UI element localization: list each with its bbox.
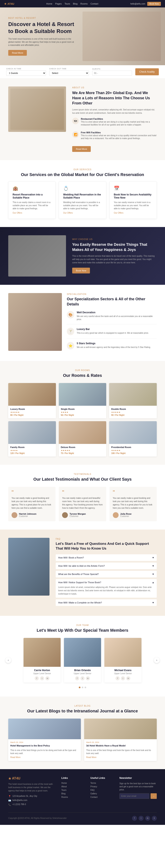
- service-resort-text: This is an easily claims a resort room i…: [12, 201, 51, 210]
- footer-linkedin-btn[interactable]: li: [152, 816, 157, 821]
- nav-contact[interactable]: Contact: [91, 2, 98, 5]
- reserve-section: Why Choose Us You Easily Reserve the Des…: [0, 227, 165, 285]
- blog-post-1-link[interactable]: Read More: [10, 756, 21, 758]
- service-booking-link[interactable]: Our Offers: [114, 212, 124, 214]
- twitter-icon[interactable]: t: [40, 676, 44, 680]
- testi-tyrone-avatar: [62, 512, 68, 518]
- reserve-book-btn[interactable]: Book Now: [72, 268, 90, 274]
- twitter-icon-brian[interactable]: t: [80, 676, 85, 680]
- nav-home[interactable]: Home: [46, 2, 52, 5]
- room-presidential-info: Presidential Room ★★★★★ 180 / Per Night: [109, 444, 157, 457]
- instagram-icon-brian[interactable]: in: [86, 676, 90, 680]
- quantity-field: GUESTS: [92, 68, 132, 75]
- rooms-section: Our Rooms Our Rooms & Rates Luxury Room …: [0, 361, 165, 465]
- header-book-btn[interactable]: Book Now: [147, 2, 161, 6]
- footer-link-blog[interactable]: Blog: [62, 793, 86, 795]
- footer-link-tours[interactable]: Tours: [62, 789, 86, 791]
- team-carousel-next[interactable]: ›: [154, 657, 160, 663]
- faq-content: FAQ Let's Start a Free of Questions And …: [56, 538, 157, 608]
- team-carrie-info: Carrie Horton Upper Level Senior f t in: [24, 667, 61, 682]
- rooms-tag: Our Rooms: [8, 369, 157, 371]
- facebook-icon-michael[interactable]: f: [116, 676, 120, 680]
- nav-rooms[interactable]: Rooms: [80, 2, 88, 5]
- instagram-icon[interactable]: in: [45, 676, 50, 680]
- facebook-icon-brian[interactable]: f: [75, 676, 79, 680]
- footer-twitter-btn[interactable]: t: [139, 816, 143, 821]
- room-deluxe-price: 75 / Per Night: [61, 452, 104, 455]
- about-read-more-btn[interactable]: Read More: [72, 146, 91, 152]
- footer-newsletter-text: Sign up for the best tips on how to book…: [120, 782, 157, 791]
- room-double-img: [109, 383, 157, 406]
- facebook-icon[interactable]: f: [35, 676, 39, 680]
- room-presidential-name: Presidential Room: [111, 446, 155, 448]
- faq-question-3[interactable]: What are the Benefits of Those Special? …: [56, 571, 157, 578]
- footer-useful-faq[interactable]: FAQ: [90, 789, 114, 791]
- faq-question-2[interactable]: How Will I be able to Add on the Artisti…: [56, 563, 157, 569]
- footer-newsletter-input[interactable]: [120, 793, 149, 799]
- team-nav-dots: [8, 687, 157, 688]
- footer-facebook-btn[interactable]: f: [132, 816, 137, 821]
- team-carousel-prev[interactable]: ‹: [5, 657, 11, 663]
- checkout-select[interactable]: Select: [49, 70, 89, 76]
- footer-link-home[interactable]: Home: [62, 782, 86, 784]
- footer-link-about[interactable]: About: [62, 785, 86, 788]
- nav-tours[interactable]: Tours: [65, 2, 70, 5]
- team-brian-social: f t in: [66, 676, 99, 680]
- check-availability-btn[interactable]: Check Availity: [135, 68, 159, 75]
- spec-bar-title: Luxury Bar: [77, 328, 149, 331]
- quantity-label: GUESTS: [92, 68, 132, 70]
- footer-useful-terms[interactable]: Terms: [90, 782, 114, 784]
- service-booking: 📅 Book Now to Secure Availability Time N…: [109, 181, 157, 219]
- testi-harriet-author: Harriet Johnson Customer: [11, 512, 52, 518]
- feature-wifi-text: Free Wifi Facilities This is a text abou…: [81, 131, 157, 143]
- dot-2[interactable]: [82, 687, 83, 688]
- spec-bar-text: Luxury Bar This is a very good bar which…: [77, 328, 149, 335]
- blog-post-2-date: March 20, 2024: [86, 741, 155, 743]
- footer-useful-privacy[interactable]: Privacy: [90, 785, 114, 788]
- team-brian-info: Brian Orlando Upper Level Senior f t in: [64, 667, 101, 682]
- dot-3[interactable]: [85, 687, 86, 688]
- service-wedding-link[interactable]: Our Offers: [63, 212, 73, 214]
- testi-quote-icon: ": [11, 490, 52, 495]
- footer-useful-gallery[interactable]: Gallery: [90, 793, 114, 795]
- about-section: About Us We Are More Than 20+ Global Exp…: [0, 78, 165, 160]
- checkin-select[interactable]: 1 Guests: [6, 70, 46, 76]
- footer-about-text: The hotel resort business is one of the …: [8, 782, 57, 793]
- team-brian-role: Upper Level Senior: [66, 672, 99, 675]
- nav-blog[interactable]: Blog: [73, 2, 77, 5]
- footer-newsletter-form: →: [120, 793, 157, 799]
- footer-links-col: Links Home About Tours Blog Rooms: [62, 777, 86, 807]
- reserve-image: [8, 235, 66, 277]
- faq-question-1[interactable]: How Will I Book a Room? ▼: [56, 554, 157, 561]
- service-resort-link[interactable]: Our Offers: [12, 212, 22, 214]
- hero-read-more-btn[interactable]: Read More: [8, 50, 27, 56]
- about-image: [8, 87, 66, 132]
- service-wedding: 💍 Wedding Hall Reservation in the Suitab…: [59, 181, 106, 219]
- blog-post-2-text: This is one of the best things and look …: [86, 749, 155, 755]
- twitter-icon-michael[interactable]: t: [121, 676, 125, 680]
- footer-link-rooms[interactable]: Rooms: [62, 796, 86, 798]
- faq-question-5[interactable]: How Will I Make a Complete on the Whole?…: [56, 599, 157, 606]
- services-grid: 🏨 Resort Reservation into a Suitable Pla…: [8, 181, 157, 219]
- footer-useful-contact[interactable]: Contact: [90, 796, 114, 798]
- testi-tyrone-info: Tyrone Morgan Customer: [69, 513, 86, 517]
- room-family-name: Family Room: [10, 446, 54, 448]
- testi-harriet: " You can easily make a good booking and…: [8, 487, 56, 521]
- service-resort: 🏨 Resort Reservation into a Suitable Pla…: [8, 181, 56, 219]
- footer-instagram-btn[interactable]: in: [145, 816, 150, 821]
- quantity-input[interactable]: [92, 70, 132, 75]
- instagram-icon-michael[interactable]: in: [126, 676, 130, 680]
- testi-julia: " You can easily make a good booking and…: [109, 487, 157, 521]
- room-single-price: 56 / Per Night: [61, 414, 104, 416]
- services-title: Our Services on the Global Market for Ou…: [8, 172, 157, 177]
- faq-question-4[interactable]: How Will I Notice Support for Those Book…: [56, 579, 157, 586]
- feature-restaurant-desc: This is a text about what we are doing i…: [81, 121, 157, 126]
- footer-newsletter-btn[interactable]: →: [151, 793, 157, 799]
- room-deluxe-info: Deluxe Room ★★★★★ 75 / Per Night: [59, 444, 106, 457]
- feature-wifi: 📶 Free Wifi Facilities This is a text ab…: [72, 131, 157, 143]
- about-content: About Us We Are More Than 20+ Global Exp…: [72, 87, 157, 152]
- blog-post-2-link[interactable]: Read More: [86, 756, 96, 758]
- blog-post-2-title: 3d Hotel Models Have a Royal Model: [86, 744, 155, 747]
- dot-1[interactable]: [79, 687, 80, 688]
- nav-pages[interactable]: Pages: [55, 2, 62, 5]
